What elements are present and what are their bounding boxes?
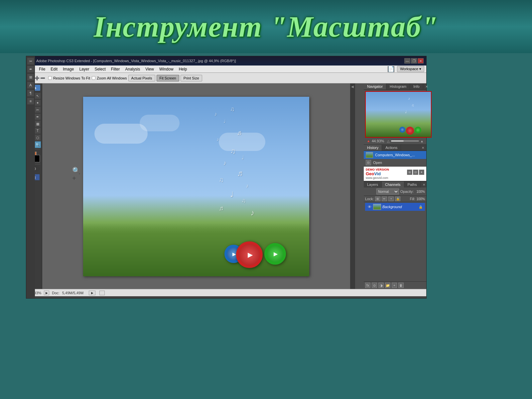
- right-tool-text-a[interactable]: A: [27, 81, 34, 89]
- navigator-tabs: Navigator Histogram Info ✕: [364, 83, 426, 90]
- navigator-panel-close[interactable]: ✕: [423, 84, 430, 89]
- right-tool-grid[interactable]: ⊞: [27, 73, 34, 81]
- workspace-button[interactable]: Workspace ▾: [397, 66, 424, 72]
- toolbar: 🔍 ➕ ➖ Resize Windows To Fit Zoom All Win…: [26, 73, 426, 83]
- titlebar-title: Adobe Photoshop CS3 Extended - [Computer…: [36, 59, 236, 63]
- panel-icon-2[interactable]: ⊟: [413, 170, 418, 175]
- nav-music-note-1: ♪: [408, 96, 410, 100]
- cloud-2: [140, 115, 180, 131]
- actual-pixels-button[interactable]: Actual Pixels: [128, 75, 155, 81]
- zoom-out-icon[interactable]: ➖: [40, 76, 45, 80]
- layer-mask-btn[interactable]: ⊙: [372, 283, 377, 288]
- tab-info[interactable]: Info: [410, 83, 423, 89]
- menu-help[interactable]: Help: [177, 67, 189, 71]
- music-note-5: ♪: [216, 136, 219, 142]
- tab-paths[interactable]: Paths: [404, 182, 421, 188]
- statusbar-doc-label: Doc:: [52, 291, 60, 295]
- layer-style-btn[interactable]: fx: [365, 283, 370, 288]
- document-icon[interactable]: 📄: [388, 66, 394, 72]
- nav-zoom-value: 44.93%: [372, 139, 386, 143]
- geovid-watermark: DEMO VERSION GeoVid www.geovid.com ⊞ ⊟ ✦: [364, 166, 426, 181]
- nav-zoom-max-icon[interactable]: ▲: [420, 139, 424, 143]
- nav-zoom-decrease[interactable]: 🔺: [366, 139, 370, 143]
- layer-name: Background: [382, 205, 417, 209]
- fit-screen-button[interactable]: Fit Screen: [157, 75, 179, 81]
- panel-icon-3[interactable]: ✦: [419, 170, 424, 175]
- zoom-tool-active[interactable]: 🔍: [34, 141, 41, 148]
- maximize-button[interactable]: ❐: [411, 58, 417, 64]
- lock-transparent-btn[interactable]: ⊞: [375, 197, 380, 201]
- lock-all-btn[interactable]: 🔒: [395, 197, 400, 201]
- cloud-3: [219, 133, 265, 151]
- nav-zoom-slider[interactable]: [391, 140, 419, 142]
- history-action-icon: ⊟: [366, 160, 371, 165]
- minimize-button[interactable]: —: [404, 58, 410, 64]
- menu-edit[interactable]: Edit: [49, 67, 60, 71]
- nav-zoom-bar: 🔺 44.93% △ ▲: [365, 138, 425, 143]
- statusbar-scroll-btn[interactable]: [99, 291, 105, 295]
- print-size-button[interactable]: Print Size: [181, 75, 202, 81]
- layer-group-btn[interactable]: 📁: [385, 283, 390, 288]
- menu-window[interactable]: Window: [157, 67, 176, 71]
- statusbar-arrow-btn[interactable]: ▶: [44, 291, 49, 295]
- resize-windows-check[interactable]: Resize Windows To Fit: [48, 76, 90, 80]
- geovid-logo-red: Geo: [366, 171, 374, 176]
- statusbar-arrow2-btn[interactable]: ▶: [89, 291, 95, 295]
- right-panel-collapse[interactable]: ◀: [350, 83, 355, 289]
- tab-history[interactable]: History: [364, 145, 382, 151]
- magic-wand-tool[interactable]: ✦: [34, 99, 41, 106]
- menu-file[interactable]: File: [37, 67, 47, 71]
- close-button[interactable]: ✕: [418, 58, 424, 64]
- navigator-panel: ♪ ♫ ♩ 🔺 44.93% △: [364, 90, 426, 144]
- history-item-main[interactable]: Computers_Windows_...: [364, 151, 426, 159]
- layers-tabs: Layers Channels Paths ✕: [364, 182, 426, 188]
- history-tabs: History Actions ✕: [364, 145, 426, 151]
- zoom-in-icon[interactable]: ➕: [35, 76, 40, 80]
- move-tool[interactable]: ↖: [34, 92, 41, 99]
- nav-zoom-increase[interactable]: △: [387, 139, 390, 143]
- tab-actions[interactable]: Actions: [382, 145, 401, 151]
- titlebar-controls: — ❐ ✕: [404, 58, 424, 64]
- menu-image[interactable]: Image: [61, 67, 76, 71]
- history-panel-close[interactable]: ✕: [420, 145, 426, 150]
- shape-tool[interactable]: ⬡: [34, 134, 41, 141]
- tab-navigator[interactable]: Navigator: [364, 83, 386, 89]
- layer-visibility-toggle[interactable]: 👁: [367, 204, 372, 209]
- panel-icon-1[interactable]: ⊞: [407, 170, 412, 175]
- fill-value: 100%: [416, 197, 425, 201]
- media-player-red-center: ▶: [236, 241, 263, 268]
- lock-move-btn[interactable]: +: [388, 197, 394, 201]
- lock-paint-btn[interactable]: ✏: [382, 197, 387, 201]
- canvas-area[interactable]: 🔍+ ♪ ♫ ♩ ♬ ♪ ♫ ♩ ♪ ♬ ♫: [42, 83, 350, 289]
- right-tool-layers[interactable]: ≡: [27, 97, 34, 105]
- menu-select[interactable]: Select: [92, 67, 107, 71]
- right-panels-content: Navigator Histogram Info ✕ ♪ ♫ ♩: [364, 83, 426, 289]
- music-note-10: ♫: [219, 176, 224, 184]
- right-tool-scissors[interactable]: ✂: [27, 58, 34, 65]
- menu-filter[interactable]: Filter: [109, 67, 122, 71]
- music-note-9: ♬: [237, 169, 243, 178]
- tab-channels[interactable]: Channels: [382, 182, 404, 188]
- layer-new-btn[interactable]: +: [392, 283, 397, 288]
- layer-delete-btn[interactable]: 🗑: [398, 283, 404, 288]
- menu-view[interactable]: View: [143, 67, 156, 71]
- tab-layers[interactable]: Layers: [364, 182, 382, 188]
- blend-mode-dropdown[interactable]: Normal: [376, 189, 399, 195]
- play-icon-left: ▶: [232, 251, 236, 257]
- zoom-all-windows-check[interactable]: Zoom All Windows: [91, 76, 127, 80]
- geovid-url: www.geovid.com: [366, 176, 424, 180]
- menu-analysis[interactable]: Analysis: [123, 67, 142, 71]
- eyedropper-tool[interactable]: ✂: [34, 106, 41, 113]
- nav-music-note-3: ♩: [405, 110, 407, 114]
- music-note-6: ♫: [230, 147, 236, 156]
- gradient-tool[interactable]: ▦: [34, 120, 41, 127]
- type-tool[interactable]: T: [34, 127, 41, 134]
- layer-background[interactable]: 👁 Background 🔒: [365, 203, 425, 211]
- layer-adj-btn[interactable]: ◑: [378, 283, 384, 288]
- right-tool-stamp[interactable]: ✒: [27, 66, 34, 73]
- right-tool-text-p[interactable]: ¶: [27, 89, 34, 97]
- stamp-tool[interactable]: ✒: [34, 113, 41, 120]
- tab-histogram[interactable]: Histogram: [386, 83, 410, 89]
- menu-layer[interactable]: Layer: [77, 67, 91, 71]
- layers-panel-close[interactable]: ✕: [421, 182, 427, 187]
